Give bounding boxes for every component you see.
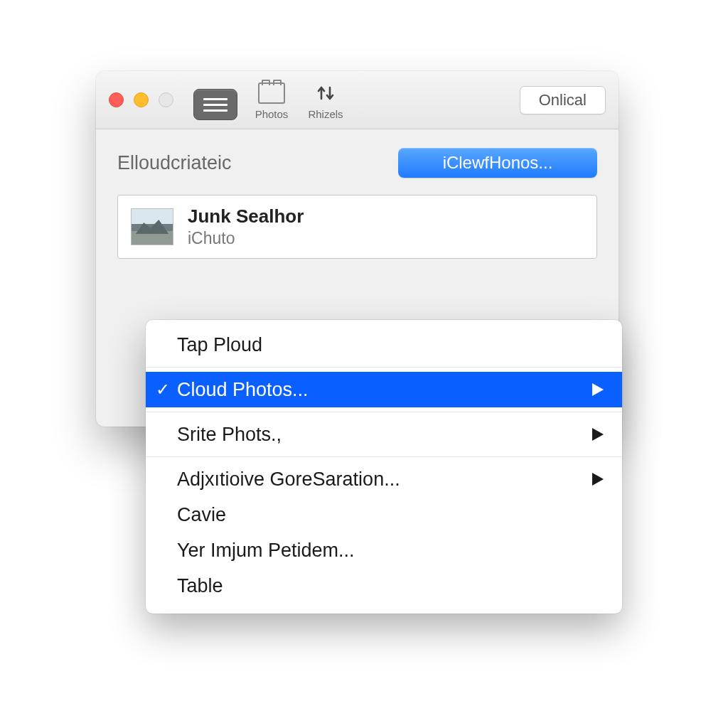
toolbar: Photos Rhizels xyxy=(193,80,520,120)
menu-separator xyxy=(146,367,622,368)
context-menu: Tap Ploud ✓ Cloud Photos... Srite Phots.… xyxy=(146,320,622,614)
account-card[interactable]: Junk Sealhor iChuto xyxy=(117,195,597,259)
menu-item-adjxtioive[interactable]: Adjxıtioive GoreSaration... xyxy=(146,461,622,497)
toolbar-label-rhizels: Rhizels xyxy=(308,108,343,120)
window-zoom-button[interactable] xyxy=(159,92,173,107)
svg-marker-0 xyxy=(592,383,604,396)
toolbar-item-photos[interactable]: Photos xyxy=(252,80,291,120)
submenu-arrow-icon xyxy=(588,473,604,486)
account-name: Junk Sealhor xyxy=(188,205,304,228)
menu-item-srite-phots[interactable]: Srite Phots., xyxy=(146,417,622,452)
primary-action-button[interactable]: iClewfHonos... xyxy=(398,148,597,178)
menu-item-tap-ploud[interactable]: Tap Ploud xyxy=(146,327,622,363)
svg-marker-2 xyxy=(592,473,604,486)
submenu-arrow-icon xyxy=(588,428,604,441)
window-minimize-button[interactable] xyxy=(134,92,149,107)
rhizels-icon xyxy=(306,80,346,107)
menu-item-table[interactable]: Table xyxy=(146,568,622,604)
check-icon: ✓ xyxy=(156,380,170,400)
photos-icon xyxy=(252,80,291,107)
window-titlebar: Photos Rhizels Onlical xyxy=(96,71,619,129)
menu-item-cavie[interactable]: Cavie xyxy=(146,497,622,532)
svg-marker-1 xyxy=(592,428,604,441)
toolbar-label-photos: Photos xyxy=(255,108,289,120)
account-subtitle: iChuto xyxy=(188,229,304,248)
account-thumbnail xyxy=(131,208,173,245)
toolbar-item-menu[interactable] xyxy=(193,89,237,120)
menu-item-yer-imjum[interactable]: Yer Imjum Petidem... xyxy=(146,532,622,568)
section-title: Elloudcriateic xyxy=(117,152,232,174)
submenu-arrow-icon xyxy=(588,383,604,396)
window-content: Elloudcriateic iClewfHonos... Junk Sealh… xyxy=(96,129,619,280)
traffic-lights xyxy=(109,92,173,107)
menu-separator xyxy=(146,456,622,457)
menu-separator xyxy=(146,412,622,412)
onlical-button[interactable]: Onlical xyxy=(520,86,606,114)
hamburger-icon xyxy=(193,89,237,120)
toolbar-item-rhizels[interactable]: Rhizels xyxy=(306,80,346,120)
window-close-button[interactable] xyxy=(109,92,124,107)
menu-item-cloud-photos[interactable]: ✓ Cloud Photos... xyxy=(146,372,622,407)
